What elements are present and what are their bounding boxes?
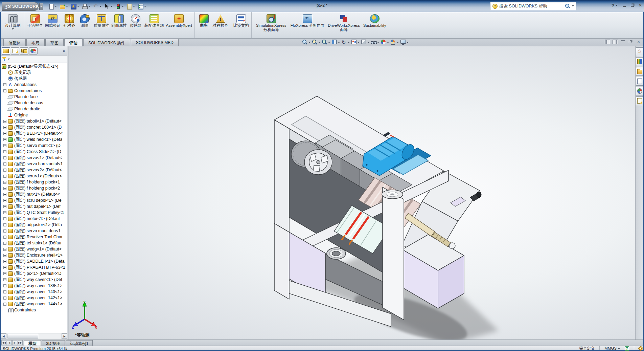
expand-toggle[interactable] (3, 236, 6, 239)
panel-overflow-button[interactable]: » (63, 49, 66, 53)
command-tab[interactable]: 评估 (64, 39, 83, 46)
quick-access-button[interactable] (114, 3, 125, 10)
tree-item[interactable]: (固定) Revolver Tool Char (1, 234, 67, 240)
scrollbar-thumb[interactable] (7, 334, 38, 338)
hud-caret[interactable] (319, 42, 320, 43)
quick-access-button[interactable] (70, 3, 80, 10)
dropdown-caret[interactable] (133, 6, 135, 7)
display-style[interactable] (361, 39, 367, 46)
expand-toggle[interactable] (3, 229, 6, 233)
dropdown-caret[interactable] (122, 6, 124, 7)
hide-show-items[interactable] (370, 39, 377, 46)
command-tab[interactable]: 装配体 (3, 39, 26, 46)
next-tab-button[interactable]: ▶ (12, 340, 17, 345)
last-tab-button[interactable]: ▶▶ (18, 340, 23, 345)
dropdown-caret[interactable] (99, 6, 101, 7)
pane-left-icon[interactable] (605, 40, 610, 44)
document-tab[interactable]: 3D 视图 (42, 340, 65, 346)
filter-icon[interactable] (2, 57, 6, 61)
tree-item[interactable]: (固定) nut<1> (Défaut<< (1, 191, 67, 197)
expand-toggle[interactable] (3, 83, 6, 86)
expand-toggle[interactable] (3, 169, 6, 172)
hud-caret[interactable] (338, 42, 340, 43)
dropdown-caret[interactable] (77, 6, 79, 7)
featuremanager-tab[interactable] (2, 47, 10, 54)
hud-caret[interactable] (348, 42, 350, 43)
tree-item[interactable]: (固定) tel stok<1> (Défau (1, 240, 67, 246)
tree-item[interactable]: (固定) PRAGATI BTP-63<1 (1, 264, 67, 270)
tree-item[interactable]: 传感器 (1, 75, 67, 82)
hud-caret[interactable] (387, 42, 389, 43)
ribbon-button[interactable]: SimulationXpress 分析向导 (253, 13, 290, 32)
tree-item[interactable]: (固定) way caver_144<1> (1, 301, 67, 307)
document-tab[interactable]: 运动算例1 (66, 340, 93, 346)
tree-item[interactable]: 历史记录 (1, 69, 67, 75)
configurationmanager-tab[interactable] (20, 47, 28, 54)
section-view[interactable] (331, 39, 338, 46)
tree-horizontal-scrollbar[interactable]: ◀ ▶ (1, 333, 67, 339)
ribbon-button[interactable]: 装配体直观 (143, 13, 165, 28)
pane-right-icon[interactable] (613, 40, 618, 44)
minimize-button[interactable] (621, 2, 627, 8)
ribbon-button[interactable]: Sustainability (362, 13, 387, 28)
expand-toggle[interactable] (3, 242, 6, 245)
units-selector[interactable]: MMGS (604, 346, 620, 350)
zoom-to-area[interactable] (312, 39, 318, 46)
dropdown-caret[interactable] (66, 6, 68, 7)
tag-icon[interactable] (638, 346, 644, 351)
expand-toggle[interactable] (3, 193, 6, 196)
expand-toggle[interactable] (3, 175, 6, 178)
expand-toggle[interactable] (3, 132, 6, 135)
quick-access-button[interactable] (125, 3, 136, 10)
tree-item[interactable]: (固定) servo munt<1> (D (1, 142, 67, 149)
quick-access-button[interactable] (92, 3, 102, 10)
appearances-scenes[interactable] (636, 87, 643, 95)
doc-close-button[interactable]: ✕ (636, 40, 641, 44)
expand-toggle[interactable] (3, 138, 6, 141)
quick-access-button[interactable] (59, 3, 69, 10)
doc-minimize-button[interactable] (620, 40, 626, 44)
menu-expand-arrow[interactable]: ▸ (39, 3, 43, 10)
zoom-to-fit[interactable] (302, 39, 308, 46)
restore-button[interactable] (629, 2, 635, 8)
ribbon-button[interactable]: FloXpress 分析向导 (290, 13, 326, 28)
tree-item[interactable]: Plan de dessus (1, 100, 67, 106)
tree-item[interactable]: (固定) way caver<1> (Déf (1, 277, 67, 283)
tree-item[interactable]: (固定) way caver_138<1> (1, 283, 67, 289)
ribbon-button[interactable]: 对称检查 (212, 13, 229, 28)
command-tab[interactable]: 布局 (26, 39, 45, 46)
hud-caret[interactable] (309, 42, 310, 43)
tree-item[interactable]: (固定) way caver_142<1> (1, 295, 67, 301)
quick-access-button[interactable] (103, 3, 114, 10)
view-orientation[interactable] (351, 39, 357, 46)
help-icon[interactable]: ? (612, 3, 615, 8)
hud-caret[interactable] (377, 42, 379, 43)
assembly-3d-model[interactable] (69, 46, 637, 339)
tree-item[interactable]: (固定) f holdeng plock<2 (1, 185, 67, 191)
expand-toggle[interactable] (3, 162, 6, 166)
expand-toggle[interactable] (3, 89, 6, 92)
dropdown-caret[interactable] (88, 6, 90, 7)
tree-item[interactable]: (固定) BED<1> (Défaut<< (1, 130, 67, 136)
edit-appearance[interactable] (380, 39, 387, 46)
expand-toggle[interactable] (3, 144, 6, 147)
design-study-caret[interactable] (12, 28, 14, 30)
tree-item[interactable]: Commentaires (1, 88, 67, 94)
ribbon-button[interactable]: 质量属性 (93, 13, 110, 28)
expand-toggle[interactable] (3, 223, 6, 226)
tree-item[interactable]: (固定) Enclosure shell<1> (1, 252, 67, 258)
expand-toggle[interactable] (3, 290, 6, 293)
tree-item[interactable]: (固定) Cross Slide<1> (D (1, 149, 67, 155)
hud-caret[interactable] (397, 42, 399, 43)
tree-item[interactable]: (固定) adgastor<1> (Défa (1, 222, 67, 228)
tree-item[interactable]: Plan de droite (1, 106, 67, 112)
tree-item[interactable]: (固定) servo harezontal<1 (1, 161, 67, 167)
tree-item[interactable]: (固定) nut dapel<1> (Déf (1, 203, 67, 210)
displaymanager-tab[interactable] (29, 47, 38, 54)
expand-toggle[interactable] (3, 266, 6, 269)
tree-item[interactable]: (固定) concret 168<1> (D (1, 124, 67, 130)
view-settings[interactable] (400, 39, 406, 46)
units-caret[interactable] (618, 348, 620, 349)
dropdown-caret[interactable] (144, 6, 146, 7)
dropdown-caret[interactable] (55, 6, 57, 7)
